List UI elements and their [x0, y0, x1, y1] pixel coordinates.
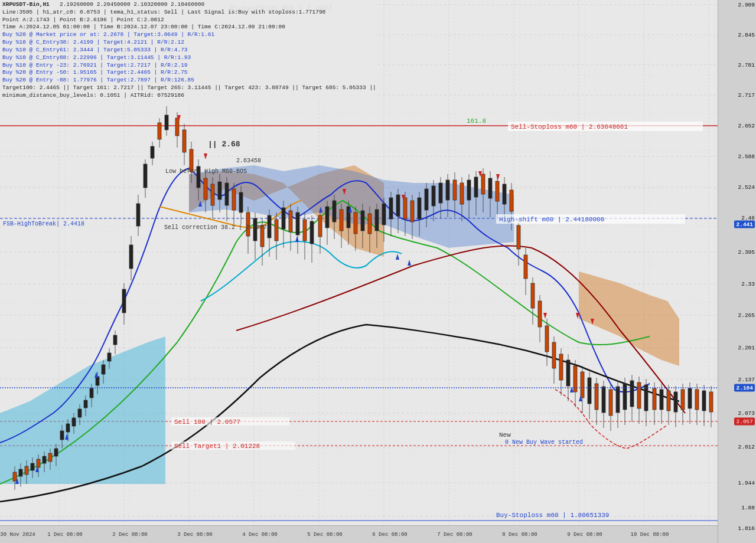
svg-rect-172 — [474, 177, 478, 197]
chart-container: MARKTZITRADE XRPUSDT-Bin,H1 2.19260000 2… — [0, 0, 756, 543]
svg-rect-226 — [667, 391, 670, 411]
price-2395: 2.395 — [738, 249, 755, 256]
sell-target1-label: Sell Target1 | 2.01228 — [174, 443, 260, 450]
info-line2: Point A:2.1743 | Point B:2.6196 | Point … — [2, 17, 376, 24]
svg-rect-146 — [382, 204, 386, 225]
time-4dec: 4 Dec 08:00 — [242, 532, 277, 538]
svg-rect-234 — [695, 390, 699, 410]
svg-rect-126 — [310, 221, 314, 244]
info-line5: Buy %10 @ C_Entry38: 2.4199 | Target:4.2… — [2, 39, 376, 47]
svg-rect-158 — [425, 189, 428, 210]
svg-rect-44 — [31, 463, 34, 470]
info-line7: Buy %10 @ C_Entry88: 2.22996 | Target:3.… — [2, 54, 376, 62]
fsb-label: FSB-HighToBreak| 2.4418 — [3, 221, 84, 227]
svg-rect-162 — [439, 183, 442, 203]
info-line11: Target100: 2.4465 || Target 161: 2.7217 … — [2, 84, 376, 92]
svg-rect-154 — [410, 201, 414, 222]
new-buy-wave-label: 0 New Buy Wave started — [505, 439, 583, 446]
svg-rect-170 — [467, 180, 471, 200]
price-2201: 2.201 — [738, 345, 755, 351]
svg-rect-64 — [90, 388, 93, 398]
svg-rect-192 — [545, 326, 549, 352]
price-2057-red: 2.057 — [734, 418, 755, 426]
svg-rect-176 — [488, 178, 492, 198]
price-2588: 2.588 — [738, 153, 755, 160]
svg-rect-72 — [113, 335, 117, 345]
svg-rect-124 — [303, 220, 307, 241]
svg-rect-76 — [129, 245, 133, 269]
info-line4: Buy %20 @ Market price or at: 2.2678 | T… — [2, 31, 376, 39]
time-2dec: 2 Dec 08:00 — [112, 532, 147, 538]
svg-rect-140 — [361, 211, 364, 231]
svg-rect-56 — [66, 424, 70, 432]
info-panel: XRPUSDT-Bin,H1 2.19260000 2.20450000 2.1… — [0, 0, 378, 101]
new-label: New — [499, 431, 511, 439]
svg-rect-60 — [78, 409, 82, 417]
time-7dec: 7 Dec 08:00 — [437, 532, 472, 538]
price-1816: 1.816 — [738, 525, 755, 532]
svg-rect-144 — [375, 210, 379, 231]
svg-rect-46 — [37, 459, 40, 467]
svg-rect-236 — [702, 391, 706, 411]
price-2781: 2.781 — [738, 62, 755, 68]
svg-rect-50 — [48, 453, 52, 462]
svg-rect-104 — [232, 189, 236, 210]
low-before-high-label: Low before High M60-BOS — [165, 168, 247, 175]
svg-rect-204 — [588, 378, 591, 404]
svg-rect-180 — [503, 184, 506, 204]
price-current: 2.104 — [734, 384, 755, 392]
svg-rect-232 — [688, 388, 692, 408]
svg-rect-202 — [581, 372, 584, 398]
svg-rect-138 — [354, 212, 357, 234]
svg-rect-130 — [325, 207, 329, 228]
buy-stoploss-label: Buy-Stoploss m60 | 1.80651339 — [496, 512, 609, 519]
price-1944: 1.944 — [738, 480, 755, 486]
svg-rect-196 — [559, 354, 563, 380]
svg-rect-54 — [60, 431, 64, 440]
info-line3: Time A:2024.12.05 01:00:00 | Time B:2024… — [2, 24, 376, 31]
svg-rect-82 — [151, 146, 154, 158]
svg-rect-102 — [225, 183, 229, 205]
svg-rect-70 — [107, 353, 111, 361]
svg-rect-188 — [531, 283, 535, 308]
svg-rect-116 — [275, 220, 278, 241]
svg-rect-220 — [644, 385, 648, 411]
info-line8: Buy %10 @ Entry -23: 2.76921 | Target:2.… — [2, 62, 376, 70]
time-9dec: 9 Dec 08:00 — [567, 532, 602, 538]
svg-rect-132 — [333, 201, 336, 222]
svg-rect-40 — [19, 469, 22, 476]
svg-rect-208 — [602, 387, 605, 413]
svg-rect-212 — [616, 387, 620, 413]
svg-rect-100 — [218, 182, 221, 199]
svg-rect-224 — [660, 390, 663, 410]
svg-rect-122 — [296, 212, 299, 235]
svg-rect-152 — [403, 198, 407, 219]
price-2717: 2.717 — [738, 92, 755, 99]
svg-rect-96 — [204, 178, 207, 199]
svg-rect-66 — [96, 377, 99, 385]
svg-rect-230 — [681, 390, 685, 410]
price-2265: 2.265 — [738, 312, 755, 319]
price-1880: 1.88 — [741, 505, 755, 511]
fib161-label: 161.8 — [467, 117, 486, 125]
time-axis: 30 Nov 2024 1 Dec 08:00 2 Dec 08:00 3 De… — [0, 525, 718, 543]
svg-rect-84 — [158, 123, 161, 139]
svg-rect-86 — [165, 115, 168, 130]
svg-rect-164 — [446, 180, 449, 200]
m60-price-label: || 2.68 — [208, 140, 240, 149]
svg-rect-58 — [72, 418, 76, 426]
svg-rect-182 — [510, 190, 513, 211]
svg-rect-160 — [432, 186, 435, 206]
svg-rect-222 — [653, 388, 656, 410]
svg-rect-120 — [289, 211, 292, 232]
svg-rect-142 — [368, 214, 372, 234]
svg-rect-190 — [538, 301, 542, 327]
price-2137: 2.137 — [738, 377, 755, 383]
svg-rect-216 — [630, 381, 634, 407]
time-10dec: 10 Dec 08:00 — [631, 532, 669, 538]
info-line1: Line:3505 | h1_atr_c0: 0.0753 | tema_h1_… — [2, 9, 376, 17]
time-5dec: 5 Dec 08:00 — [307, 532, 342, 538]
svg-rect-150 — [396, 195, 400, 216]
info-line10: Buy %20 @ Entry -88: 1.77976 | Target:2.… — [2, 77, 376, 84]
svg-rect-194 — [552, 342, 556, 368]
